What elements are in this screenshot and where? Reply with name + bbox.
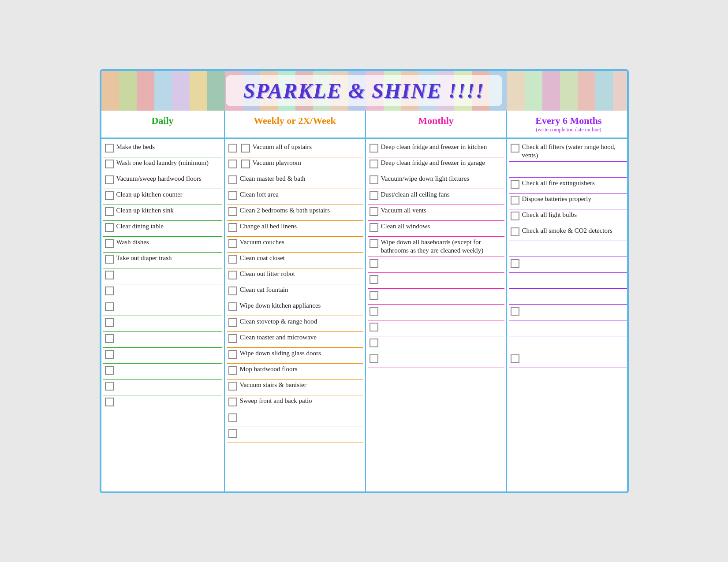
list-item: Wipe down kitchen appliances [227,300,363,316]
checkbox[interactable] [228,271,237,279]
weekly-column: Vacuum all of upstairs Vacuum playroom C… [225,139,366,491]
list-item: Change all bed linens [227,221,363,237]
list-item: Mop hardwood floors [227,364,363,380]
checkbox[interactable] [105,287,114,295]
checkbox[interactable] [105,223,114,232]
checkbox[interactable] [228,366,237,375]
checkbox[interactable] [228,175,237,184]
banner-title-box: SPARKLE & SHINE !!!! [226,75,502,106]
checkbox[interactable] [511,196,519,205]
list-item: Take out diaper trash [103,253,222,268]
checkbox[interactable] [241,160,250,168]
checkbox[interactable] [228,255,237,264]
empty-row [103,332,222,348]
checkbox[interactable] [105,175,114,184]
checkbox[interactable] [370,144,378,153]
checkbox[interactable] [511,259,519,268]
checkbox[interactable] [105,366,114,375]
page: SPARKLE & SHINE !!!! Daily Weekly or 2X/… [100,69,629,493]
checkbox[interactable] [241,144,250,153]
header-monthly: Monthly [366,111,507,138]
daily-column: Make the beds Wash one load laundry (min… [101,139,225,491]
checkbox[interactable] [370,307,378,316]
every6-column: Check all filters (water range hood, ven… [507,139,629,491]
banner: SPARKLE & SHINE !!!! [101,71,627,111]
checkbox[interactable] [511,212,519,220]
checkbox[interactable] [105,318,114,327]
list-item: Clean coat closet [227,253,363,268]
empty-row [509,241,629,257]
checkbox[interactable] [228,144,237,153]
checkbox[interactable] [370,239,378,248]
checkbox[interactable] [511,227,519,236]
checkbox[interactable] [105,382,114,391]
list-item: Vacuum couches [227,237,363,253]
checkbox[interactable] [370,191,378,200]
checkbox[interactable] [511,180,519,189]
checkbox[interactable] [105,398,114,406]
checkbox[interactable] [511,307,519,316]
checkbox[interactable] [105,144,114,153]
double-checkbox [228,159,253,168]
list-item: Vacuum all of upstairs [227,141,363,157]
checkbox[interactable] [228,334,237,343]
checkbox[interactable] [105,160,114,168]
empty-row [103,364,222,380]
checkbox[interactable] [370,160,378,168]
main-grid: Make the beds Wash one load laundry (min… [101,139,627,491]
checkbox[interactable] [228,398,237,406]
list-item: Vacuum playroom [227,157,363,173]
header-weekly: Weekly or 2X/Week [225,111,366,138]
checkbox[interactable] [511,354,519,363]
checkbox[interactable] [105,350,114,359]
checkbox[interactable] [370,275,378,284]
checkbox[interactable] [105,239,114,248]
empty-row [368,336,504,352]
list-item: Check all smoke & CO2 detectors [509,225,629,241]
empty-row [368,305,504,320]
list-item: Clean 2 bedrooms & bath upstairs [227,205,363,221]
checkbox[interactable] [370,207,378,216]
checkbox[interactable] [370,323,378,331]
checkbox[interactable] [228,318,237,327]
checkbox[interactable] [228,207,237,216]
checkbox[interactable] [228,287,237,295]
empty-row [103,348,222,364]
checkbox[interactable] [228,191,237,200]
checkbox[interactable] [228,239,237,248]
empty-row [227,411,363,427]
checkbox[interactable] [105,334,114,343]
checkbox[interactable] [105,207,114,216]
checkbox[interactable] [370,339,378,347]
checkbox[interactable] [105,191,114,200]
checkbox[interactable] [370,354,378,363]
list-item: Clean up kitchen counter [103,189,222,205]
checkbox[interactable] [105,255,114,264]
checkbox[interactable] [370,175,378,184]
empty-row [227,427,363,443]
checkbox[interactable] [228,350,237,359]
checkbox[interactable] [511,144,519,153]
list-item: Vacuum/wipe down light fixtures [368,173,504,189]
checkbox[interactable] [228,160,237,168]
checkbox[interactable] [105,271,114,279]
empty-row [103,380,222,395]
list-item: Vacuum stairs & banister [227,380,363,395]
empty-row [509,273,629,289]
checkbox[interactable] [228,382,237,391]
empty-row [368,257,504,273]
checkbox[interactable] [228,429,237,438]
checkbox[interactable] [228,413,237,422]
checkbox[interactable] [105,302,114,311]
monthly-column: Deep clean fridge and freezer in kitchen… [366,139,507,491]
empty-row [509,352,629,368]
checkbox[interactable] [228,223,237,232]
checkbox[interactable] [370,259,378,268]
checkbox[interactable] [370,291,378,300]
column-headers: Daily Weekly or 2X/Week Monthly Every 6 … [101,111,627,139]
empty-row [103,284,222,300]
empty-row [103,316,222,332]
list-item: Clean toaster and microwave [227,332,363,348]
checkbox[interactable] [228,302,237,311]
checkbox[interactable] [370,223,378,232]
